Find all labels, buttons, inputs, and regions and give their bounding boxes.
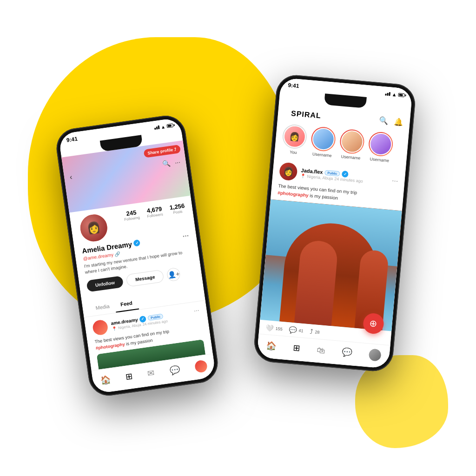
search-icon[interactable]: 🔍 xyxy=(162,159,171,168)
r-location-icon: 📍 xyxy=(300,173,306,178)
stat-posts: 1,256 Posts xyxy=(169,202,186,215)
story-label-2: Username xyxy=(341,154,360,161)
message-button[interactable]: Message xyxy=(126,270,165,287)
r-public-tag: Public xyxy=(324,170,340,176)
r-nav-bag-icon[interactable]: 🛍 xyxy=(317,345,326,355)
profile-more-button[interactable]: ··· xyxy=(182,231,190,241)
post-avatar xyxy=(92,319,109,336)
nav-profile-icon[interactable] xyxy=(194,360,207,373)
right-post-avatar: 👩 xyxy=(279,162,298,181)
nav-home-icon[interactable]: 🏠 xyxy=(99,374,111,386)
story-ring-2 xyxy=(339,128,365,154)
story-ring-1 xyxy=(310,126,336,152)
comments-count: 41 xyxy=(298,328,304,333)
r-nav-profile-icon[interactable] xyxy=(368,349,381,362)
header-icons: 🔍 🔔 xyxy=(379,116,403,126)
story-avatar-1 xyxy=(311,127,336,151)
likes-count: 155 xyxy=(275,326,283,331)
nav-mail-icon[interactable]: ✉ xyxy=(147,368,155,379)
stat-following: 245 Following xyxy=(123,209,140,222)
r-bell-icon[interactable]: 🔔 xyxy=(394,117,404,127)
battery-icon xyxy=(166,123,173,128)
status-icons-right: ▲ xyxy=(385,91,405,98)
r-hashtag[interactable]: #photography xyxy=(278,190,309,198)
right-post-user: Jada.flex Public ✓ 📍 Nigeria, Abuja 24 m… xyxy=(300,167,389,185)
story-label-1: Username xyxy=(312,152,332,158)
story-label-you: You xyxy=(290,150,297,155)
comment-icon: 💬 xyxy=(289,326,297,334)
story-1[interactable]: Username xyxy=(310,126,336,158)
r-post-more[interactable]: ··· xyxy=(391,176,398,185)
story-2[interactable]: Username xyxy=(338,128,365,160)
location-icon: 📍 xyxy=(112,326,117,331)
r-signal-2 xyxy=(387,93,389,96)
arch-shape-secondary xyxy=(294,239,338,326)
story-3[interactable]: Username xyxy=(367,131,394,163)
nav-chat-icon[interactable]: 💬 xyxy=(169,364,180,376)
shares-count: 28 xyxy=(315,330,320,335)
share-icon: ⤴ xyxy=(310,328,313,336)
story-avatar-3 xyxy=(369,132,393,156)
fab-icon: ⊕ xyxy=(369,317,378,329)
likes-action[interactable]: 🤍 155 xyxy=(265,324,283,333)
share-icon: ⤴ xyxy=(174,147,177,152)
app-name: SPIRAL xyxy=(284,105,328,123)
wifi-icon: ▲ xyxy=(160,124,165,129)
r-nav-grid-icon[interactable]: ⊞ xyxy=(293,343,301,353)
r-wifi-icon: ▲ xyxy=(391,92,397,98)
share-profile-button[interactable]: Share profile ⤴ xyxy=(143,145,181,158)
r-battery-icon xyxy=(398,93,405,97)
phone-right-screen: 9:41 ▲ SPIRAL xyxy=(257,78,413,369)
add-user-button[interactable]: 👤+ xyxy=(166,267,181,282)
story-ring-3 xyxy=(368,131,394,157)
more-icon[interactable]: ··· xyxy=(174,158,181,166)
right-post-image xyxy=(260,199,402,331)
post-more-button[interactable]: ··· xyxy=(193,306,200,314)
link-icon: 🔗 xyxy=(114,251,120,257)
heart-icon: 🤍 xyxy=(265,324,274,332)
r-verified: ✓ xyxy=(342,171,349,178)
status-time-left: 9:41 xyxy=(66,135,78,143)
phone-right: 9:41 ▲ SPIRAL xyxy=(253,73,417,373)
shares-action[interactable]: ⤴ 28 xyxy=(310,328,320,336)
story-avatar-2 xyxy=(340,130,364,154)
top-bar: ‹ 🔍 ··· xyxy=(64,157,186,183)
r-nav-chat-icon[interactable]: 💬 xyxy=(342,347,353,358)
stat-followers: 4,679 Followers xyxy=(146,205,163,219)
r-signal-3 xyxy=(389,92,390,96)
r-search-icon[interactable]: 🔍 xyxy=(379,116,389,126)
share-label: Share profile xyxy=(147,147,173,156)
verified-badge: ✓ xyxy=(133,239,141,247)
back-button[interactable]: ‹ xyxy=(69,173,73,182)
comments-action[interactable]: 💬 41 xyxy=(289,326,304,335)
story-label-3: Username xyxy=(370,157,389,163)
status-time-right: 9:41 xyxy=(288,82,299,89)
story-avatar-you: 👩 xyxy=(283,125,307,149)
r-signal-1 xyxy=(385,93,386,95)
top-icons: 🔍 ··· xyxy=(162,158,181,168)
signal-bar-3 xyxy=(158,126,160,129)
nav-grid-icon[interactable]: ⊞ xyxy=(125,371,133,382)
status-icons-left: ▲ xyxy=(154,123,173,131)
story-ring-you: 👩 xyxy=(282,124,308,150)
unfollow-button[interactable]: Unfollow xyxy=(86,276,124,292)
r-nav-home-icon[interactable]: 🏠 xyxy=(266,340,277,351)
story-you[interactable]: 👩 You xyxy=(281,124,308,156)
signal-bar-1 xyxy=(154,128,156,130)
